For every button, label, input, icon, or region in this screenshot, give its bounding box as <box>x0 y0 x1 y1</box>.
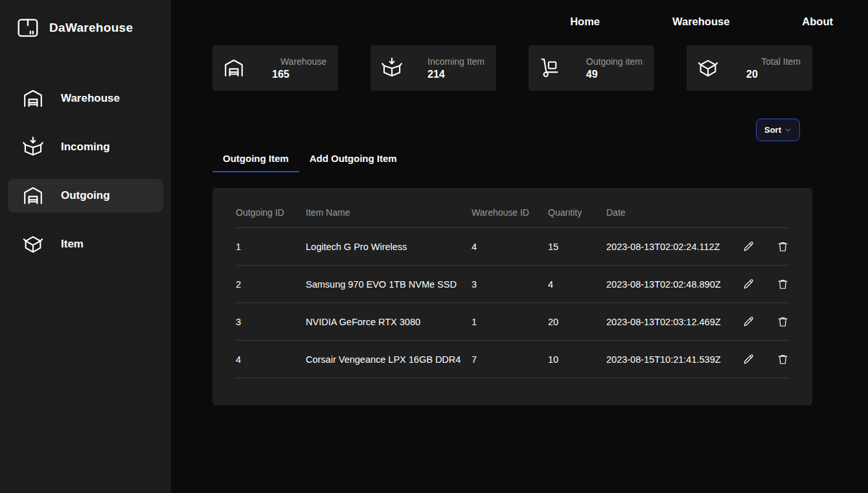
incoming-icon <box>22 136 44 158</box>
trash-icon <box>777 315 789 328</box>
cell-item-name: Corsair Vengeance LPX 16GB DDR4 <box>306 354 472 365</box>
top-navigation: Home Warehouse About <box>171 0 868 28</box>
nav-link-about[interactable]: About <box>802 16 833 28</box>
cell-warehouse-id: 1 <box>472 317 548 327</box>
col-header-item-name: Item Name <box>306 207 472 218</box>
sidebar-item-label: Item <box>61 238 84 251</box>
main-content: Home Warehouse About Warehouse 165 Incom… <box>171 0 868 493</box>
cell-warehouse-id: 3 <box>472 279 548 290</box>
tabs: Outgoing Item Add Outgoing Item <box>212 148 868 172</box>
edit-button[interactable] <box>742 278 755 290</box>
cell-warehouse-id: 4 <box>472 242 548 252</box>
warehouse-icon <box>22 87 44 109</box>
stat-card-total-item: Total Item 20 <box>687 45 812 91</box>
sidebar-item-outgoing[interactable]: Outgoing <box>8 179 163 212</box>
tab-add-outgoing-item[interactable]: Add Outgoing Item <box>299 148 407 172</box>
delete-button[interactable] <box>777 240 789 253</box>
app-title: DaWarehouse <box>49 21 133 35</box>
sort-row: Sort <box>171 119 800 141</box>
nav-link-warehouse[interactable]: Warehouse <box>672 16 729 28</box>
outgoing-icon <box>22 185 44 207</box>
cell-date: 2023-08-15T10:21:41.539Z <box>606 354 727 365</box>
cell-quantity: 4 <box>548 279 606 290</box>
sidebar-item-incoming[interactable]: Incoming <box>8 130 163 164</box>
outgoing-icon <box>539 57 561 79</box>
trash-icon <box>777 353 789 365</box>
stat-label: Outgoing item <box>586 56 643 67</box>
table-row: 1 Logitech G Pro Wireless 4 15 2023-08-1… <box>236 228 789 266</box>
table-row: 3 NVIDIA GeForce RTX 3080 1 20 2023-08-1… <box>236 303 789 341</box>
sort-button[interactable]: Sort <box>756 119 800 141</box>
delete-button[interactable] <box>777 315 789 328</box>
cell-outgoing-id: 3 <box>236 317 306 327</box>
pencil-icon <box>742 240 755 253</box>
logo: DaWarehouse <box>8 14 163 41</box>
col-header-quantity: Quantity <box>548 207 606 218</box>
table-row: 2 Samsung 970 EVO 1TB NVMe SSD 3 4 2023-… <box>236 266 789 303</box>
sidebar: DaWarehouse Warehouse Incoming Outgoing <box>0 0 171 493</box>
trash-icon <box>777 278 789 290</box>
delete-button[interactable] <box>777 278 789 290</box>
trash-icon <box>777 240 789 253</box>
cell-quantity: 20 <box>548 317 606 327</box>
col-header-outgoing-id: Outgoing ID <box>236 207 306 218</box>
stat-value: 49 <box>586 69 643 80</box>
stat-label: Incoming Item <box>428 56 485 67</box>
cell-date: 2023-08-13T02:02:48.890Z <box>606 279 727 290</box>
cell-outgoing-id: 4 <box>236 354 306 365</box>
edit-button[interactable] <box>742 315 755 328</box>
cell-item-name: NVIDIA GeForce RTX 3080 <box>306 317 472 327</box>
logo-box-icon <box>16 16 40 40</box>
sidebar-item-label: Incoming <box>61 141 110 154</box>
stat-value: 214 <box>428 69 485 80</box>
nav-link-home[interactable]: Home <box>570 16 600 28</box>
stat-label: Total Item <box>746 56 801 67</box>
sidebar-item-label: Warehouse <box>61 92 120 105</box>
sidebar-item-warehouse[interactable]: Warehouse <box>8 82 163 115</box>
cell-item-name: Logitech G Pro Wireless <box>306 242 472 252</box>
warehouse-icon <box>223 57 245 79</box>
sort-button-label: Sort <box>764 125 781 135</box>
item-icon <box>697 57 719 79</box>
cell-quantity: 10 <box>548 354 606 365</box>
stat-cards: Warehouse 165 Incoming Item 214 Outgoi <box>212 45 812 91</box>
cell-quantity: 15 <box>548 242 606 252</box>
sidebar-item-item[interactable]: Item <box>8 227 163 261</box>
col-header-warehouse-id: Warehouse ID <box>472 207 548 218</box>
stat-label: Warehouse <box>272 56 326 67</box>
pencil-icon <box>742 353 755 365</box>
cell-outgoing-id: 1 <box>236 242 306 252</box>
stat-value: 165 <box>272 69 326 80</box>
edit-button[interactable] <box>742 240 755 253</box>
tab-outgoing-item[interactable]: Outgoing Item <box>212 148 299 172</box>
cell-date: 2023-08-13T02:03:12.469Z <box>606 317 727 327</box>
cell-item-name: Samsung 970 EVO 1TB NVMe SSD <box>306 279 472 290</box>
sidebar-item-label: Outgoing <box>61 189 110 202</box>
sidebar-nav: Warehouse Incoming Outgoing Item <box>8 82 163 261</box>
stat-value: 20 <box>746 69 801 80</box>
cell-warehouse-id: 7 <box>472 354 548 365</box>
pencil-icon <box>742 315 755 328</box>
chevron-down-icon <box>784 126 792 133</box>
cell-date: 2023-08-13T02:02:24.112Z <box>606 242 727 252</box>
item-icon <box>22 233 44 255</box>
table-row: 4 Corsair Vengeance LPX 16GB DDR4 7 10 2… <box>236 341 789 378</box>
edit-button[interactable] <box>742 353 755 365</box>
outgoing-table-card: Outgoing ID Item Name Warehouse ID Quant… <box>212 188 812 406</box>
stat-card-outgoing: Outgoing item 49 <box>529 45 654 91</box>
stat-card-warehouse: Warehouse 165 <box>212 45 338 91</box>
app-root: DaWarehouse Warehouse Incoming Outgoing <box>0 0 868 493</box>
table-header-row: Outgoing ID Item Name Warehouse ID Quant… <box>236 197 789 228</box>
col-header-date: Date <box>606 207 727 218</box>
pencil-icon <box>742 278 755 290</box>
cell-outgoing-id: 2 <box>236 279 306 290</box>
stat-card-incoming: Incoming Item 214 <box>371 45 496 91</box>
incoming-icon <box>381 57 403 79</box>
delete-button[interactable] <box>777 353 789 365</box>
